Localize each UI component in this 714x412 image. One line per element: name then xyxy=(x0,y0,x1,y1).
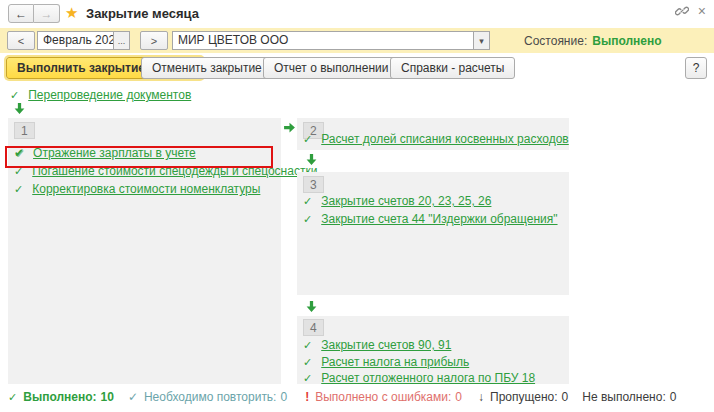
item-cost-adjustment-link[interactable]: Корректировка стоимости номенклатуры xyxy=(32,182,260,196)
done-label: Выполнено: xyxy=(23,390,96,404)
deferred-tax-pbu18-link[interactable]: Расчет отложенного налога по ПБУ 18 xyxy=(321,371,535,385)
close-accounts-90-91-link[interactable]: Закрытие счетов 90, 91 xyxy=(321,338,451,352)
get-link-icon[interactable] xyxy=(675,4,689,18)
month-closing-window: ← → ★ Закрытие месяца × < Февраль 2020 .… xyxy=(0,0,714,412)
help-button[interactable]: ? xyxy=(685,57,707,79)
period-value[interactable]: Февраль 2020 xyxy=(38,32,113,49)
not-done-value: 0 xyxy=(670,390,677,404)
flow-down-arrow-icon xyxy=(13,102,26,115)
status-value: Выполнено xyxy=(592,34,661,48)
indirect-costs-share-link[interactable]: Расчет долей списания косвенных расходов xyxy=(321,132,569,146)
skipped-arrow-icon: ↓ xyxy=(478,390,484,404)
annotation-highlight-box xyxy=(5,146,273,168)
section-4-number: 4 xyxy=(303,319,324,336)
next-period-button[interactable]: > xyxy=(140,31,168,50)
skipped-label: Пропущено: xyxy=(490,390,558,404)
flow-down-arrow-icon xyxy=(305,300,318,313)
operation-row: ✓ Расчет отложенного налога по ПБУ 18 xyxy=(303,371,535,385)
dropdown-icon[interactable]: ▾ xyxy=(473,32,489,49)
window-header: ← → ★ Закрытие месяца × xyxy=(0,0,714,27)
check-icon: ✓ xyxy=(8,392,17,403)
header-icons: × xyxy=(675,4,706,18)
check-icon: ✓ xyxy=(10,90,19,101)
done-value: 10 xyxy=(101,390,114,404)
organization-value[interactable]: МИР ЦВЕТОВ ООО xyxy=(173,32,473,49)
not-done-label: Не выполнено: xyxy=(582,390,666,404)
check-icon: ✓ xyxy=(303,357,312,368)
check-icon: ✓ xyxy=(14,184,23,195)
back-icon[interactable]: ← xyxy=(8,4,34,23)
flow-right-arrow-icon xyxy=(283,121,296,134)
close-accounts-20-26-link[interactable]: Закрытие счетов 20, 23, 25, 26 xyxy=(321,194,491,208)
references-calculations-button[interactable]: Справки - расчеты xyxy=(390,57,515,79)
error-exclamation-icon: ! xyxy=(305,390,309,404)
operation-row: ✓ Закрытие счетов 20, 23, 25, 26 xyxy=(303,194,491,208)
errors-label: Выполнено с ошибками: xyxy=(315,390,451,404)
check-icon: ✓ xyxy=(303,340,312,351)
flow-down-arrow-icon xyxy=(305,153,318,166)
forward-icon[interactable]: → xyxy=(34,4,60,23)
page-title: Закрытие месяца xyxy=(86,6,199,21)
status-label: Состояние: xyxy=(524,34,587,48)
operation-row: ✓ Закрытие счета 44 "Издержки обращения" xyxy=(303,212,558,226)
toolbar: Выполнить закрытие месяца Отменить закры… xyxy=(0,56,714,82)
income-tax-calc-link[interactable]: Расчет налога на прибыль xyxy=(321,355,469,369)
check-icon: ✓ xyxy=(303,134,312,145)
check-icon: ✓ xyxy=(303,373,312,384)
reposting-row: ✓ Перепроведение документов xyxy=(10,88,191,102)
closing-status: Состояние:Выполнено xyxy=(524,34,662,48)
repeat-label: Необходимо повторить: xyxy=(144,390,277,404)
close-icon[interactable]: × xyxy=(698,4,706,18)
operation-row: ✓ Расчет налога на прибыль xyxy=(303,355,469,369)
organization-field[interactable]: МИР ЦВЕТОВ ООО ▾ xyxy=(172,31,490,50)
section-3-panel: 3 ✓ Закрытие счетов 20, 23, 25, 26 ✓ Зак… xyxy=(297,172,569,295)
previous-period-button[interactable]: < xyxy=(7,31,35,50)
errors-value: 0 xyxy=(455,390,462,404)
reposting-documents-link[interactable]: Перепроведение документов xyxy=(28,88,191,102)
operation-row: ✓ Расчет долей списания косвенных расход… xyxy=(303,132,569,146)
period-bar: < Февраль 2020 ... > МИР ЦВЕТОВ ООО ▾ Со… xyxy=(0,28,714,53)
skipped-value: 0 xyxy=(562,390,569,404)
section-3-number: 3 xyxy=(303,176,324,193)
favorite-star-icon[interactable]: ★ xyxy=(65,4,78,21)
operation-row: ✓ Закрытие счетов 90, 91 xyxy=(303,338,451,352)
section-1-number: 1 xyxy=(14,122,35,139)
repeat-check-icon: ✓ xyxy=(128,390,138,404)
close-account-44-link[interactable]: Закрытие счета 44 "Издержки обращения" xyxy=(321,212,557,226)
repeat-value: 0 xyxy=(280,390,287,404)
operation-row: ✓ Корректировка стоимости номенклатуры xyxy=(14,182,260,196)
section-4-panel: 4 ✓ Закрытие счетов 90, 91 ✓ Расчет нало… xyxy=(297,316,569,384)
period-field[interactable]: Февраль 2020 ... xyxy=(37,31,130,50)
status-bar: ✓ Выполнено: 10 ✓ Необходимо повторить: … xyxy=(8,389,708,405)
nav-history-group: ← → xyxy=(8,4,60,23)
check-icon: ✓ xyxy=(303,196,312,207)
period-picker-ellipsis[interactable]: ... xyxy=(113,32,129,49)
check-icon: ✓ xyxy=(303,214,312,225)
